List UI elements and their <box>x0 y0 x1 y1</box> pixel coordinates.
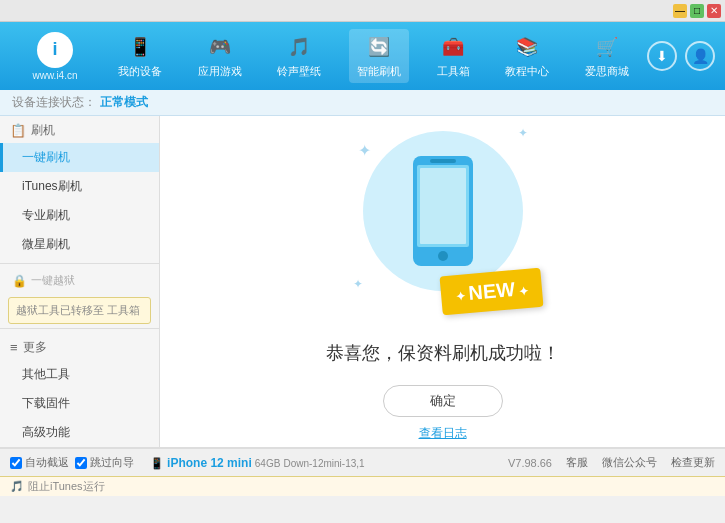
sidebar-warning-box: 越狱工具已转移至 工具箱 <box>8 297 151 324</box>
bottom-left: 自动截返 跳过向导 📱 iPhone 12 mini 64GB Down-12m… <box>10 455 498 470</box>
version-label: V7.98.66 <box>508 457 552 469</box>
minimize-button[interactable]: — <box>673 4 687 18</box>
status-label: 设备连接状态： <box>12 94 96 111</box>
nav-ringtones[interactable]: 🎵 铃声壁纸 <box>269 29 329 83</box>
sidebar-item-one-click[interactable]: 一键刷机 <box>0 143 159 172</box>
more-section-title: ≡ 更多 <box>0 333 159 360</box>
flash-section-icon: 📋 <box>10 123 26 138</box>
wechat-link[interactable]: 微信公众号 <box>602 455 657 470</box>
status-value: 正常模式 <box>100 94 148 111</box>
itunes-icon: 🎵 <box>10 480 24 493</box>
sidebar-divider-2 <box>0 328 159 329</box>
confirm-button[interactable]: 确定 <box>383 385 503 417</box>
device-storage: 64GB <box>255 458 281 469</box>
maximize-button[interactable]: □ <box>690 4 704 18</box>
device-info: 📱 iPhone 12 mini 64GB Down-12mini-13,1 <box>150 456 365 470</box>
nav-toolbox[interactable]: 🧰 工具箱 <box>429 29 478 83</box>
more-section-icon: ≡ <box>10 340 18 355</box>
lock-icon: 🔒 <box>12 274 27 288</box>
nav-tutorials[interactable]: 📚 教程中心 <box>497 29 557 83</box>
itunes-label: 阻止iTunes运行 <box>28 479 105 494</box>
flash-section-title: 📋 刷机 <box>0 116 159 143</box>
middle-layout: 📋 刷机 一键刷机 iTunes刷机 专业刷机 微星刷机 🔒 一键越狱 越狱工具… <box>0 116 725 447</box>
sparkle-tr: ✦ <box>518 126 528 140</box>
tutorials-icon: 📚 <box>513 33 541 61</box>
sidebar-item-pro[interactable]: 专业刷机 <box>0 201 159 230</box>
nav-apps-games[interactable]: 🎮 应用游戏 <box>190 29 250 83</box>
sidebar-item-other-tools[interactable]: 其他工具 <box>0 360 159 389</box>
apps-games-icon: 🎮 <box>206 33 234 61</box>
success-message: 恭喜您，保资料刷机成功啦！ <box>326 341 560 365</box>
sidebar-locked-jailbreak: 🔒 一键越狱 <box>0 268 159 293</box>
shop-icon: 🛒 <box>593 33 621 61</box>
sidebar-item-advanced[interactable]: 高级功能 <box>0 418 159 447</box>
sidebar: 📋 刷机 一键刷机 iTunes刷机 专业刷机 微星刷机 🔒 一键越狱 越狱工具… <box>0 116 160 447</box>
sparkle-tl: ✦ <box>358 141 371 160</box>
nav-shop[interactable]: 🛒 爱思商城 <box>577 29 637 83</box>
logo: i www.i4.cn <box>10 32 100 81</box>
user-button[interactable]: 👤 <box>685 41 715 71</box>
jump-link[interactable]: 查看日志 <box>419 425 467 442</box>
phone-svg <box>408 151 478 271</box>
status-bar: 设备连接状态： 正常模式 <box>0 90 725 116</box>
svg-rect-2 <box>430 159 456 163</box>
nav-smart-flash[interactable]: 🔄 智能刷机 <box>349 29 409 83</box>
sidebar-item-download-fw[interactable]: 下载固件 <box>0 389 159 418</box>
download-button[interactable]: ⬇ <box>647 41 677 71</box>
svg-rect-4 <box>420 168 466 244</box>
nav-right: ⬇ 👤 <box>647 41 715 71</box>
illustration: ✦ ✦ ✦ NEW <box>353 121 533 321</box>
bottom-section: 自动截返 跳过向导 📱 iPhone 12 mini 64GB Down-12m… <box>0 447 725 496</box>
my-device-icon: 📱 <box>126 33 154 61</box>
nav-my-device[interactable]: 📱 我的设备 <box>110 29 170 83</box>
phone-circle <box>363 131 523 291</box>
device-model: Down-12mini-13,1 <box>283 458 364 469</box>
sidebar-item-itunes[interactable]: iTunes刷机 <box>0 172 159 201</box>
new-badge: NEW <box>440 268 544 316</box>
ringtones-icon: 🎵 <box>285 33 313 61</box>
logo-subtitle: www.i4.cn <box>32 70 77 81</box>
auto-start-checkbox[interactable]: 自动截返 <box>10 455 69 470</box>
bottom-right: V7.98.66 客服 微信公众号 检查更新 <box>508 455 715 470</box>
svg-point-3 <box>438 251 448 261</box>
close-button[interactable]: ✕ <box>707 4 721 18</box>
bottom-bar: 自动截返 跳过向导 📱 iPhone 12 mini 64GB Down-12m… <box>0 448 725 476</box>
service-link[interactable]: 客服 <box>566 455 588 470</box>
skip-wizard-checkbox[interactable]: 跳过向导 <box>75 455 134 470</box>
top-nav: i www.i4.cn 📱 我的设备 🎮 应用游戏 🎵 铃声壁纸 🔄 智能刷机 … <box>0 22 725 90</box>
content-area: ✦ ✦ ✦ NEW 恭喜您，保资料刷机成功啦！ 确定 查看日志 <box>160 116 725 447</box>
logo-icon: i <box>37 32 73 68</box>
nav-items: 📱 我的设备 🎮 应用游戏 🎵 铃声壁纸 🔄 智能刷机 🧰 工具箱 📚 教程中心… <box>100 29 647 83</box>
smart-flash-icon: 🔄 <box>365 33 393 61</box>
device-icon: 📱 <box>150 457 167 469</box>
toolbox-icon: 🧰 <box>439 33 467 61</box>
update-link[interactable]: 检查更新 <box>671 455 715 470</box>
sidebar-item-downgrade[interactable]: 微星刷机 <box>0 230 159 259</box>
device-name: iPhone 12 mini <box>167 456 252 470</box>
title-bar: — □ ✕ <box>0 0 725 22</box>
sidebar-divider-1 <box>0 263 159 264</box>
sparkle-bl: ✦ <box>353 277 363 291</box>
itunes-row: 🎵 阻止iTunes运行 <box>0 476 725 496</box>
